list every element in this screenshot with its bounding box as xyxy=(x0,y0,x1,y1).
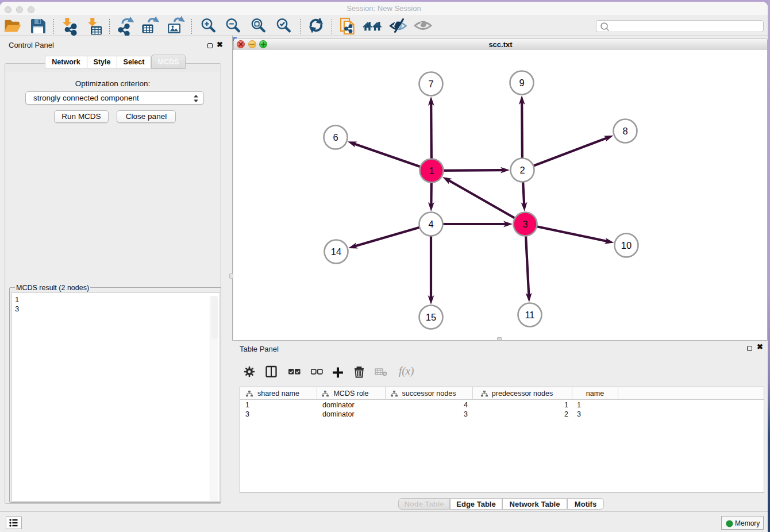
svg-text:f(x): f(x) xyxy=(399,365,414,377)
svg-text:15: 15 xyxy=(426,312,436,322)
svg-text:2: 2 xyxy=(519,165,525,175)
svg-text:8: 8 xyxy=(622,126,627,136)
svg-text:4: 4 xyxy=(428,219,433,229)
svg-text:11: 11 xyxy=(525,310,534,320)
svg-text:3: 3 xyxy=(522,219,528,229)
svg-text:14: 14 xyxy=(331,246,341,257)
svg-text:6: 6 xyxy=(333,132,338,142)
svg-text:1: 1 xyxy=(429,165,434,176)
svg-text:7: 7 xyxy=(428,79,433,89)
svg-text:10: 10 xyxy=(621,240,632,250)
svg-text:9: 9 xyxy=(519,78,524,88)
